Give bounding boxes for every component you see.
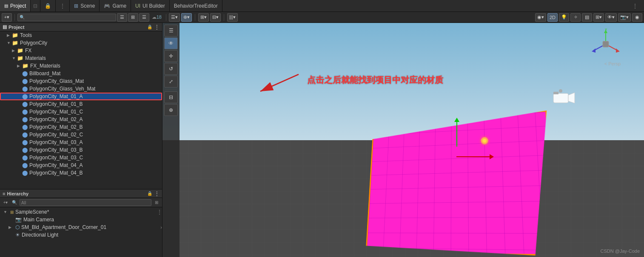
eye-btn[interactable]: ◉ — [632, 13, 642, 22]
skybox-btn[interactable]: ▤ — [582, 13, 592, 22]
hierarchy-building-item[interactable]: ▶ ⬡ SM_Bld_Apartment_Door_Corner_01 › — [0, 223, 162, 231]
materials-folder-icon: 📁 — [17, 55, 23, 61]
search-bar[interactable]: 🔍 — [17, 14, 116, 21]
tab-dots1[interactable]: ⋮ — [56, 0, 70, 11]
scene-name: SampleScene* — [15, 209, 49, 215]
sun-icon: ✺ — [480, 135, 492, 147]
tree-item-fx-materials[interactable]: ▶ 📁 FX_Materials — [0, 62, 162, 70]
item-count: ☁18 — [150, 14, 163, 20]
camera-btn[interactable]: 📷▾ — [618, 13, 631, 22]
tree-item-materials[interactable]: ▼ 📁 Materials — [0, 54, 162, 62]
expand-btn[interactable]: ⊞ — [128, 13, 138, 22]
watermark: CSDN @Jay-Code — [601, 249, 640, 254]
hierarchy-search-icon: 🔍 — [11, 199, 18, 206]
scene-tool-move[interactable]: ✛ — [164, 50, 178, 62]
global-btn[interactable]: ⊟▾ — [210, 13, 221, 22]
project-lock-icon[interactable]: 🔒 — [147, 25, 152, 29]
tree-item-mat-01a[interactable]: ⬤ PolygonCity_Mat_01_A — [0, 93, 162, 100]
list-btn[interactable]: ☰ — [139, 13, 149, 22]
mat03a-icon: ⬤ — [22, 139, 28, 145]
scene-tool-rotate[interactable]: ↺ — [164, 63, 178, 75]
tree-item-mat-01c[interactable]: ⬤ PolygonCity_Mat_01_C — [0, 108, 162, 116]
project-options-icon[interactable]: ⋮ — [154, 24, 160, 30]
mat03b-icon: ⬤ — [22, 147, 28, 153]
tree-item-mat-04a[interactable]: ⬤ PolygonCity_Mat_04_A — [0, 161, 162, 169]
hierarchy-scene-item[interactable]: ▼ ⊞ SampleScene* ⋮ — [0, 208, 162, 216]
top-bar-options[interactable]: ⋮ — [630, 3, 641, 9]
billboard-mat-label: Billboard_Mat — [29, 71, 60, 76]
tree-item-fx[interactable]: ▶ 📁 FX — [0, 47, 162, 54]
scene-camera-icon — [551, 88, 577, 111]
fx-label: FX — [25, 48, 31, 54]
tree-item-mat-01b[interactable]: ⬤ PolygonCity_Mat_01_B — [0, 100, 162, 108]
tree-item-glass-mat[interactable]: ⬤ PolygonCity_Glass_Mat — [0, 77, 162, 85]
materials-arrow: ▼ — [12, 56, 17, 60]
tree-item-mat-03a[interactable]: ⬤ PolygonCity_Mat_03_A — [0, 138, 162, 146]
tree-item-glass-veh-mat[interactable]: ⬤ PolygonCity_Glass_Veh_Mat — [0, 85, 162, 93]
svg-rect-12 — [603, 41, 609, 47]
audio-btn[interactable]: ◉▾ — [535, 13, 546, 22]
tree-item-mat-02a[interactable]: ⬤ PolygonCity_Mat_02_A — [0, 116, 162, 123]
mat01a-icon: ⬤ — [22, 93, 28, 99]
transform-handle-btn[interactable]: ☰▾ — [169, 13, 180, 22]
main-content: ▤ Project 🔒 ⋮ ▶ 📁 Tools ▼ 📁 PolygonCity … — [0, 23, 644, 257]
scene-options[interactable]: ⋮ — [157, 209, 162, 215]
tree-item-mat-02c[interactable]: ⬤ PolygonCity_Mat_02_C — [0, 131, 162, 138]
svg-rect-3 — [553, 92, 559, 94]
scene-tool-hamburger[interactable]: ☰ — [164, 25, 178, 37]
hierarchy-expand-btn[interactable]: ⊞ — [153, 199, 160, 206]
tree-item-mat-02b[interactable]: ⬤ PolygonCity_Mat_02_B — [0, 123, 162, 131]
tab-scene-label: Scene — [80, 3, 95, 9]
2d-btn[interactable]: 2D — [547, 13, 558, 22]
scene-sep1 — [165, 89, 177, 90]
tree-item-tools[interactable]: ▶ 📁 Tools — [0, 31, 162, 39]
mat03a-label: PolygonCity_Mat_03_A — [29, 139, 83, 145]
tab-project[interactable]: ▤ Project — [0, 0, 31, 11]
hierarchy-main-camera[interactable]: 📷 Main Camera — [0, 216, 162, 223]
tab-ui-builder[interactable]: UI UI Builder — [131, 0, 170, 11]
scene-tool-eye[interactable]: 👁 — [164, 37, 178, 49]
scene-tool-scale[interactable]: ⤢ — [164, 76, 178, 88]
tree-item-polygoncity[interactable]: ▼ 📁 PolygonCity — [0, 39, 162, 47]
filter-btn[interactable]: ☰ — [117, 13, 127, 22]
move-btn[interactable]: ⊕▾ — [181, 13, 192, 22]
scene-tool-transform[interactable]: ⊕ — [164, 104, 178, 116]
pivot-btn[interactable]: ⊞▾ — [198, 13, 209, 22]
project-panel-title: Project — [9, 25, 24, 30]
polygoncity-folder-icon: 📁 — [12, 40, 18, 46]
add-button[interactable]: +▾ — [2, 13, 12, 22]
tree-item-mat-04b[interactable]: ⬤ PolygonCity_Mat_04_B — [0, 169, 162, 177]
tab-scene[interactable]: ⊞ Scene — [70, 0, 100, 11]
gizmo-cube[interactable]: Y — [589, 27, 623, 61]
tools-label: Tools — [20, 32, 32, 38]
fx-btn[interactable]: ✧ — [570, 13, 581, 22]
svg-marker-11 — [592, 48, 596, 53]
right-tool-section: ◉▾ 2D 💡 ✧ ▤ ⊞▾ 👁▾ 📷▾ ◉ — [535, 13, 642, 22]
gizmo-btn[interactable]: 👁▾ — [605, 13, 617, 22]
tree-item-billboard-mat[interactable]: ⬤ Billboard_Mat — [0, 70, 162, 77]
hierarchy-title: Hierarchy — [7, 191, 28, 196]
tab-game[interactable]: 🎮 Game — [100, 0, 131, 11]
mat03c-label: PolygonCity_Mat_03_C — [29, 155, 83, 161]
snap-btn[interactable]: |||▾ — [227, 13, 238, 22]
hierarchy-panel-icon: ≡ — [3, 191, 5, 196]
tree-item-mat-03c[interactable]: ⬤ PolygonCity_Mat_03_C — [0, 154, 162, 161]
hierarchy-light-item[interactable]: ☀ Directional Light — [0, 231, 162, 239]
hierarchy-search[interactable]: All — [20, 199, 151, 206]
directional-light-label: Directional Light — [22, 232, 58, 238]
tab-ui-label: UI Builder — [142, 3, 165, 9]
light-btn[interactable]: 💡 — [559, 13, 569, 22]
scene-tool-rect[interactable]: ⊟ — [164, 91, 178, 103]
scene-left-toolbar: ☰ 👁 ✛ ↺ ⤢ ⊟ ⊕ — [162, 23, 180, 257]
hierarchy-tree: ▼ ⊞ SampleScene* ⋮ 📷 Main Camera ▶ ⬡ SM_… — [0, 207, 162, 257]
tab-lock[interactable]: 🔒 — [40, 0, 56, 11]
tree-item-mat-03b[interactable]: ⬤ PolygonCity_Mat_03_B — [0, 146, 162, 154]
hierarchy-add-btn[interactable]: +▾ — [2, 199, 9, 206]
light-icon-h: ☀ — [15, 232, 20, 238]
hierarchy-lock-icon[interactable]: 🔒 — [147, 191, 152, 196]
grid-btn[interactable]: ⊞▾ — [593, 13, 604, 22]
sep3 — [224, 14, 224, 21]
hierarchy-options-icon[interactable]: ⋮ — [154, 190, 160, 197]
mat02c-label: PolygonCity_Mat_02_C — [29, 132, 83, 138]
tab-behavior[interactable]: BehaviorTreeEditor — [170, 0, 222, 11]
